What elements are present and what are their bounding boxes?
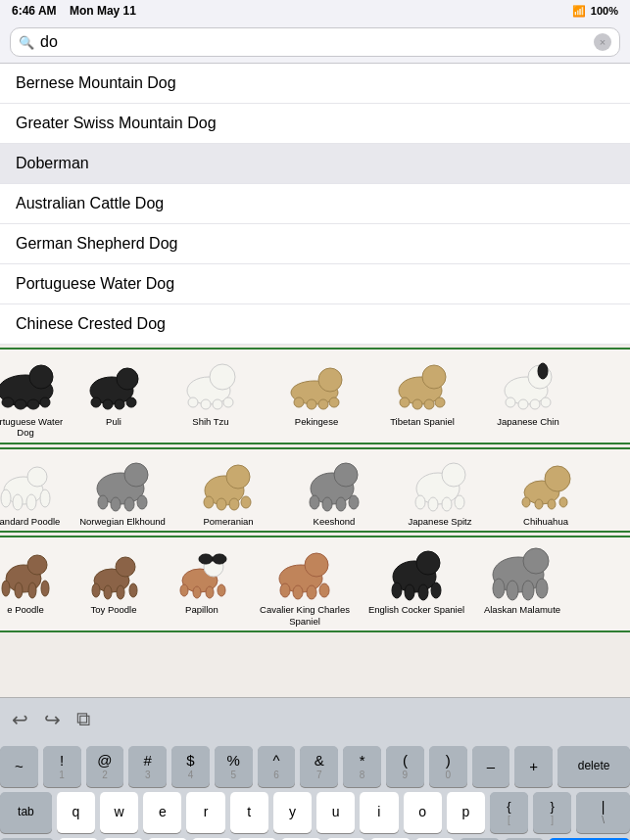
key-u[interactable]: u xyxy=(316,792,355,833)
svg-point-54 xyxy=(241,496,251,508)
clear-button[interactable]: × xyxy=(594,33,611,51)
dog-item-english-cocker: English Cocker Spaniel xyxy=(363,541,469,627)
svg-point-62 xyxy=(442,463,465,487)
svg-point-74 xyxy=(27,555,47,575)
svg-point-107 xyxy=(493,579,505,598)
dog-silhouette xyxy=(266,541,344,602)
svg-point-57 xyxy=(310,495,319,509)
svg-point-2 xyxy=(2,397,14,407)
svg-point-38 xyxy=(27,467,47,487)
dog-chart-inner: Portuguese Water Dog Puli xyxy=(0,348,630,632)
svg-point-77 xyxy=(28,583,36,598)
suggestion-item[interactable]: Australian Cattle Dog xyxy=(0,184,630,224)
svg-point-27 xyxy=(412,399,422,409)
key-delete[interactable]: delete xyxy=(557,746,630,787)
key-hash[interactable]: #3 xyxy=(128,746,167,787)
dog-item-portuguese-water-dog: Portuguese Water Dog xyxy=(0,353,70,439)
dog-label: Chihuahua xyxy=(523,516,568,527)
search-input-wrapper[interactable]: 🔍 do × xyxy=(10,27,620,57)
svg-point-46 xyxy=(111,497,121,511)
svg-point-103 xyxy=(418,584,428,600)
svg-point-5 xyxy=(40,397,50,407)
dog-item-shih-tzu: Shih Tzu xyxy=(158,353,264,439)
key-tab[interactable]: tab xyxy=(0,792,52,833)
key-plus[interactable]: + xyxy=(514,746,553,787)
svg-point-7 xyxy=(117,368,138,390)
dog-silhouette xyxy=(74,353,153,414)
key-caret[interactable]: ^6 xyxy=(258,746,296,787)
dog-silhouette xyxy=(163,541,241,602)
svg-point-32 xyxy=(538,363,548,379)
paste-button[interactable]: ⧉ xyxy=(76,708,90,730)
dog-chart-row1: Portuguese Water Dog Puli xyxy=(0,348,630,444)
svg-point-51 xyxy=(204,496,214,508)
key-t[interactable]: t xyxy=(230,792,268,833)
svg-point-65 xyxy=(442,497,452,511)
svg-point-22 xyxy=(318,399,328,409)
key-lparen[interactable]: (9 xyxy=(386,746,424,787)
dog-chart-row3: e Poodle Toy Poodle xyxy=(0,536,630,632)
key-y[interactable]: y xyxy=(273,792,312,833)
key-p[interactable]: p xyxy=(447,792,485,833)
svg-point-20 xyxy=(294,397,304,407)
svg-point-98 xyxy=(319,583,329,597)
key-dash[interactable]: – xyxy=(472,746,510,787)
dog-item-toy-poodle: Toy Poodle xyxy=(70,541,158,627)
key-dollar[interactable]: $4 xyxy=(171,746,210,787)
svg-point-10 xyxy=(115,399,124,409)
suggestion-item[interactable]: Greater Swiss Mountain Dog xyxy=(0,104,630,144)
key-o[interactable]: o xyxy=(404,792,442,833)
dog-label: Alaskan Malamute xyxy=(484,604,560,615)
dog-label: Tibetan Spaniel xyxy=(390,416,455,427)
suggestion-list: Bernese Mountain Dog Greater Swiss Mount… xyxy=(0,64,630,345)
svg-point-41 xyxy=(26,494,36,510)
svg-point-40 xyxy=(13,494,23,510)
svg-point-34 xyxy=(518,399,528,409)
svg-point-80 xyxy=(116,557,135,577)
dog-item-standard-poodle: Standard Poodle xyxy=(0,453,70,527)
time-display: 6:46 AM Mon May 11 xyxy=(12,4,136,18)
dog-silhouette xyxy=(483,541,561,602)
svg-point-100 xyxy=(416,551,440,575)
suggestion-item[interactable]: Portuguese Water Dog xyxy=(0,264,630,304)
key-q[interactable]: q xyxy=(57,792,95,833)
undo-button[interactable]: ↩ xyxy=(12,708,28,731)
key-rbrace[interactable]: }] xyxy=(533,792,571,833)
dog-silhouette xyxy=(171,353,250,414)
svg-point-36 xyxy=(541,397,551,407)
key-i[interactable]: i xyxy=(360,792,398,833)
key-r[interactable]: r xyxy=(186,792,224,833)
svg-point-84 xyxy=(129,583,137,597)
dog-item-japanese-spitz: Japanese Spitz xyxy=(387,453,493,527)
suggestion-item[interactable]: German Shepherd Dog xyxy=(0,224,630,264)
svg-point-53 xyxy=(229,498,239,510)
suggestion-item-highlighted[interactable]: Doberman xyxy=(0,144,630,184)
suggestion-item[interactable]: Bernese Mountain Dog xyxy=(0,64,630,104)
dog-item-keeshond: Keeshond xyxy=(281,453,387,527)
key-w[interactable]: w xyxy=(100,792,138,833)
svg-point-59 xyxy=(336,497,346,511)
dog-silhouette xyxy=(295,453,373,514)
search-input[interactable]: do xyxy=(40,33,588,51)
key-e[interactable]: e xyxy=(143,792,181,833)
redo-button[interactable]: ↪ xyxy=(44,708,61,731)
svg-point-90 xyxy=(193,586,201,598)
dog-item-norwegian-elkhound: Norwegian Elkhound xyxy=(70,453,175,527)
key-star[interactable]: *8 xyxy=(343,746,381,787)
suggestion-item[interactable]: Chinese Crested Dog xyxy=(0,304,630,344)
key-exclaim[interactable]: !1 xyxy=(43,746,81,787)
key-amp[interactable]: &7 xyxy=(300,746,338,787)
key-tilde[interactable]: ~ xyxy=(0,746,38,787)
dog-silhouette xyxy=(0,353,65,414)
svg-point-4 xyxy=(27,399,39,409)
dog-silhouette xyxy=(189,453,267,514)
svg-point-14 xyxy=(188,397,198,407)
keyboard-qwerty-row: tab q w e r t y u i o p {[ }] |\ xyxy=(0,792,630,833)
key-pipe[interactable]: |\ xyxy=(576,792,630,833)
key-rparen[interactable]: )0 xyxy=(429,746,467,787)
key-at[interactable]: @2 xyxy=(86,746,124,787)
key-lbrace[interactable]: {[ xyxy=(490,792,528,833)
key-percent[interactable]: %5 xyxy=(215,746,253,787)
svg-point-64 xyxy=(428,497,438,511)
edit-toolbar: ↩ ↪ ⧉ xyxy=(0,697,630,740)
